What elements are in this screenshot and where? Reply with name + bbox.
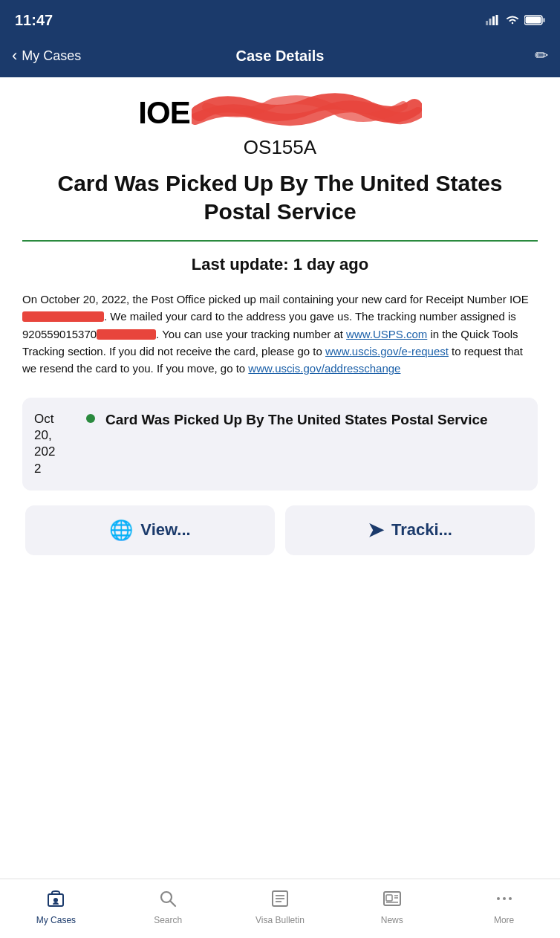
track-button-label: Tracki... bbox=[391, 520, 452, 540]
more-icon bbox=[494, 888, 515, 912]
redaction-scribble bbox=[192, 92, 422, 133]
tab-more-label: More bbox=[494, 915, 514, 925]
my-cases-icon bbox=[45, 888, 66, 912]
last-update: Last update: 1 day ago bbox=[22, 255, 538, 274]
svg-point-8 bbox=[53, 898, 58, 902]
timeline-status-title: Card Was Picked Up By The United States … bbox=[105, 411, 526, 430]
track-button[interactable]: ➤ Tracki... bbox=[285, 505, 535, 555]
timeline-item: Oct20,2022 Card Was Picked Up By The Uni… bbox=[22, 398, 538, 490]
redaction-receipt bbox=[22, 311, 104, 322]
timeline-dot bbox=[86, 414, 95, 423]
view-button-label: View... bbox=[140, 520, 190, 540]
signal-icon bbox=[486, 15, 501, 25]
timeline-content: Card Was Picked Up By The United States … bbox=[105, 411, 526, 430]
svg-rect-0 bbox=[486, 21, 488, 25]
svg-line-10 bbox=[171, 902, 176, 907]
tab-news[interactable]: News bbox=[336, 885, 448, 925]
redaction-tracking bbox=[97, 329, 156, 340]
main-content: IOE OS155A Card Was Picked Up By The Uni… bbox=[0, 77, 560, 555]
visa-bulletin-icon bbox=[270, 888, 290, 912]
case-number-prefix: IOE bbox=[138, 95, 189, 131]
svg-rect-1 bbox=[489, 19, 492, 25]
svg-rect-5 bbox=[543, 18, 545, 22]
nav-title: Case Details bbox=[236, 48, 325, 65]
nav-bar: ‹ My Cases Case Details ✏ bbox=[0, 39, 560, 77]
desc-text-3: . You can use your tracking number at bbox=[156, 328, 346, 340]
action-buttons: 🌐 View... ➤ Tracki... bbox=[22, 505, 538, 555]
svg-point-21 bbox=[503, 897, 506, 900]
tab-more[interactable]: More bbox=[448, 885, 560, 925]
desc-text-1: On October 20, 2022, the Post Office pic… bbox=[22, 293, 529, 305]
svg-point-22 bbox=[509, 897, 512, 900]
back-button[interactable]: ‹ My Cases bbox=[12, 46, 81, 65]
tab-visa-bulletin-label: Visa Bulletin bbox=[255, 915, 305, 925]
case-description: On October 20, 2022, the Post Office pic… bbox=[22, 291, 538, 377]
edit-button[interactable]: ✏ bbox=[535, 46, 548, 65]
case-number-row: IOE bbox=[22, 92, 538, 133]
back-chevron-icon: ‹ bbox=[12, 46, 17, 65]
case-sub-code: OS155A bbox=[22, 136, 538, 159]
status-bar: 11:47 bbox=[0, 0, 560, 39]
globe-icon: 🌐 bbox=[109, 519, 133, 542]
wifi-icon bbox=[505, 15, 520, 25]
view-button[interactable]: 🌐 View... bbox=[25, 505, 275, 555]
timeline-divider bbox=[86, 411, 95, 423]
navigation-icon: ➤ bbox=[368, 519, 384, 542]
tab-news-label: News bbox=[381, 915, 403, 925]
tab-search-label: Search bbox=[154, 915, 182, 925]
svg-rect-3 bbox=[496, 15, 498, 25]
news-icon bbox=[382, 888, 403, 912]
timeline-section: Oct20,2022 Card Was Picked Up By The Uni… bbox=[22, 398, 538, 490]
status-icons bbox=[486, 15, 545, 25]
battery-icon bbox=[524, 15, 545, 25]
status-time: 11:47 bbox=[15, 12, 53, 29]
svg-rect-2 bbox=[492, 16, 495, 25]
tab-search[interactable]: Search bbox=[112, 885, 224, 925]
uscis-link[interactable]: www.uscis.gov/e-request bbox=[325, 345, 449, 358]
address-link[interactable]: www.uscis.gov/addresschange bbox=[248, 362, 400, 375]
status-divider bbox=[22, 240, 538, 242]
search-icon bbox=[157, 888, 178, 912]
timeline-date: Oct20,2022 bbox=[34, 411, 76, 476]
case-status-title: Card Was Picked Up By The United States … bbox=[22, 169, 538, 225]
svg-rect-16 bbox=[386, 895, 392, 901]
svg-point-20 bbox=[497, 897, 500, 900]
tab-visa-bulletin[interactable]: Visa Bulletin bbox=[224, 885, 336, 925]
usps-link[interactable]: www.USPS.com bbox=[346, 328, 427, 340]
svg-rect-6 bbox=[526, 17, 541, 24]
tab-my-cases-label: My Cases bbox=[36, 915, 76, 925]
tab-my-cases[interactable]: My Cases bbox=[0, 885, 112, 925]
case-header: IOE OS155A Card Was Picked Up By The Uni… bbox=[22, 92, 538, 274]
back-label: My Cases bbox=[22, 48, 81, 64]
tab-bar: My Cases Search Visa Bulletin bbox=[0, 879, 560, 938]
